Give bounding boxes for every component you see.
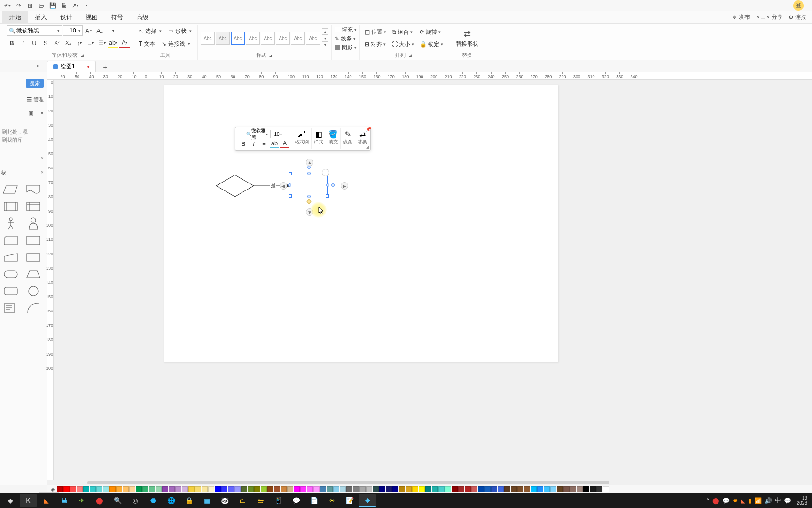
color-swatch[interactable] [373, 486, 379, 492]
color-swatch[interactable] [208, 486, 214, 492]
tray-notifications-icon[interactable]: 💬 [784, 497, 791, 504]
color-swatch[interactable] [287, 486, 293, 492]
color-swatch[interactable] [340, 486, 346, 492]
style-item-7[interactable]: Abc [291, 32, 305, 45]
tray-icon-4[interactable]: ◣ [741, 497, 745, 504]
color-swatch[interactable] [491, 486, 497, 492]
add-tab-button[interactable]: + [101, 63, 110, 72]
color-swatch[interactable] [346, 486, 352, 492]
style-item-1[interactable]: Abc [201, 32, 215, 45]
shape-trapezoid[interactable] [24, 267, 42, 281]
user-avatar[interactable]: 登 [793, 0, 804, 11]
color-swatch[interactable] [432, 486, 438, 492]
gallery-down[interactable]: ▾ [322, 35, 328, 41]
style-item-2[interactable]: Abc [216, 32, 230, 45]
menu-symbol[interactable]: 符号 [104, 11, 130, 24]
shape-card2[interactable] [24, 233, 42, 247]
color-swatch[interactable] [484, 486, 491, 492]
color-swatch[interactable] [149, 486, 155, 492]
shape-note[interactable] [2, 301, 20, 315]
color-swatch[interactable] [570, 486, 576, 492]
gallery-up[interactable]: ▴ [322, 28, 328, 35]
share-link[interactable]: ⚬⚊⚬分享 [756, 13, 783, 21]
color-swatch[interactable] [63, 486, 70, 492]
color-swatch[interactable] [511, 486, 517, 492]
color-swatch[interactable] [169, 486, 175, 492]
bold-button[interactable]: B [7, 38, 17, 48]
eyedropper-button[interactable]: ◈ [49, 486, 56, 492]
taskbar-app-10[interactable]: 🔒 [180, 494, 197, 507]
shape-terminator[interactable] [2, 267, 20, 281]
color-swatch[interactable] [438, 486, 445, 492]
mini-line[interactable]: ✎ 线条 [340, 128, 355, 149]
dialog-launcher[interactable]: ◢ [268, 53, 273, 59]
rotate-button[interactable]: ⟳旋转▾ [418, 26, 445, 38]
align-button[interactable]: ⊞对齐▾ [363, 39, 388, 50]
taskbar-app-7[interactable]: ◎ [127, 494, 144, 507]
menu-view[interactable]: 视图 [79, 11, 104, 24]
save-button[interactable]: 💾 [48, 1, 57, 10]
color-swatch[interactable] [537, 486, 543, 492]
taskbar-app-19[interactable]: 📝 [341, 494, 358, 507]
shape-internal-storage[interactable] [24, 199, 42, 214]
collapse-panel-button[interactable]: « [37, 63, 40, 69]
menu-advanced[interactable]: 高级 [130, 11, 155, 24]
decrease-font-button[interactable]: A↓ [95, 25, 105, 36]
text-direction-button[interactable]: ↕▾ [74, 38, 85, 48]
color-swatch[interactable] [162, 486, 168, 492]
color-swatch[interactable] [550, 486, 556, 492]
position-button[interactable]: ◫位置▾ [363, 26, 388, 38]
shape-circle[interactable] [24, 284, 42, 298]
color-swatch[interactable] [406, 486, 412, 492]
color-swatch[interactable] [563, 486, 570, 492]
replace-shape-button[interactable]: ⇄ 替换形状 [451, 29, 483, 48]
panel-open-icon[interactable]: ▣ [28, 110, 33, 117]
color-swatch[interactable] [77, 486, 83, 492]
color-swatch[interactable] [517, 486, 523, 492]
taskbar-app-17[interactable]: 📄 [305, 494, 322, 507]
color-swatch[interactable] [188, 486, 195, 492]
color-swatch[interactable] [320, 486, 326, 492]
underline-button[interactable]: U [29, 38, 39, 48]
dialog-launcher[interactable]: ◢ [79, 53, 85, 59]
mini-bold[interactable]: B [239, 139, 248, 148]
taskbar-app-12[interactable]: 🐼 [216, 494, 233, 507]
export-button[interactable]: ↗▾ [70, 1, 80, 10]
color-swatch[interactable] [366, 486, 372, 492]
new-button[interactable]: ⊞ [25, 1, 35, 10]
color-swatch[interactable] [504, 486, 510, 492]
taskbar-app-2[interactable]: ◣ [38, 494, 55, 507]
taskbar-chrome[interactable]: 🌐 [163, 494, 180, 507]
color-swatch[interactable] [123, 486, 129, 492]
taskbar-app-3[interactable]: 🖶 [55, 494, 72, 507]
search-button[interactable]: 搜索 [26, 79, 44, 88]
color-swatch[interactable] [307, 486, 313, 492]
section-close[interactable]: × [41, 155, 44, 161]
taskbar-app-18[interactable]: ☀ [323, 494, 340, 507]
line-spacing-button[interactable]: ≡▾ [86, 38, 96, 48]
mini-format-painter[interactable]: 🖌 格式刷 [292, 128, 311, 149]
tray-icon-3[interactable]: ✸ [733, 497, 738, 504]
fill-button[interactable]: 填充▾ [335, 25, 357, 34]
mini-size-select[interactable]: 10▾ [270, 130, 283, 138]
menu-start[interactable]: 开始 [2, 11, 28, 24]
connector-tool[interactable]: ↘连接线▾ [159, 38, 193, 49]
color-swatch[interactable] [590, 486, 596, 492]
qat-customize[interactable]: ⋮ [82, 1, 91, 10]
color-swatch[interactable] [241, 486, 247, 492]
style-item-5[interactable]: Abc [261, 32, 275, 45]
superscript-button[interactable]: X² [52, 38, 62, 48]
color-swatch[interactable] [267, 486, 273, 492]
color-swatch[interactable] [215, 486, 221, 492]
decision-shape[interactable] [216, 175, 254, 199]
font-color-button[interactable]: A▾ [119, 38, 130, 48]
taskbar-app-8[interactable]: ⬣ [145, 494, 162, 507]
mini-highlight[interactable]: ab [270, 139, 279, 148]
tray-icon-2[interactable]: 💬 [722, 497, 730, 504]
font-family-select[interactable]: 🔍 微软雅黑 ▾ [7, 25, 62, 36]
color-swatch[interactable] [202, 486, 208, 492]
lock-button[interactable]: 🔒锁定▾ [418, 39, 445, 50]
italic-button[interactable]: I [18, 38, 28, 48]
tray-chevron[interactable]: ˄ [706, 497, 710, 504]
color-swatch[interactable] [274, 486, 280, 492]
